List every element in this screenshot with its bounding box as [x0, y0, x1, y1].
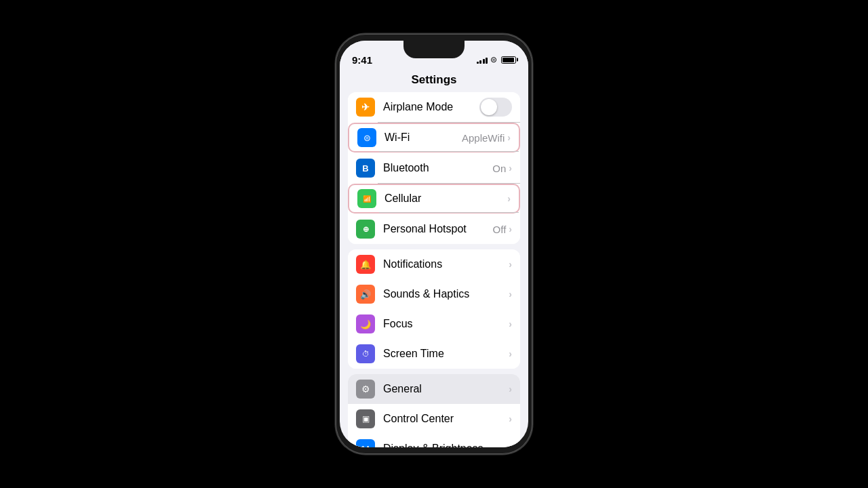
sounds-icon: 🔊: [356, 285, 375, 304]
hotspot-icon: ⊕: [356, 220, 375, 239]
airplane-mode-icon: ✈: [356, 98, 375, 117]
airplane-mode-toggle[interactable]: [479, 98, 512, 117]
display-group-inner: ⚙ General › ▣ Control Center ›: [348, 374, 520, 447]
battery-icon: [501, 56, 516, 64]
cellular-row[interactable]: 📶 Cellular ›: [348, 184, 520, 214]
sounds-chevron-icon: ›: [509, 289, 512, 300]
screen-time-chevron-icon: ›: [509, 348, 512, 359]
bluetooth-row[interactable]: B Bluetooth On ›: [348, 153, 520, 183]
general-row[interactable]: ⚙ General ›: [348, 374, 520, 404]
bluetooth-label: Bluetooth: [383, 162, 492, 174]
connectivity-group-inner: ✈ Airplane Mode ⊜ Wi-Fi AppleWifi ›: [348, 92, 520, 244]
control-center-label: Control Center: [383, 413, 509, 425]
focus-chevron-icon: ›: [509, 319, 512, 329]
screen-time-row[interactable]: ⏱ Screen Time ›: [348, 339, 520, 369]
cellular-chevron-icon: ›: [507, 193, 511, 204]
control-center-row[interactable]: ▣ Control Center ›: [348, 404, 520, 434]
wifi-row[interactable]: ⊜ Wi-Fi AppleWifi ›: [348, 123, 520, 152]
sounds-row[interactable]: 🔊 Sounds & Haptics ›: [348, 279, 520, 309]
phone-shell: 9:41 ⊜ Settings: [336, 34, 532, 454]
page-title-bar: Settings: [340, 70, 528, 92]
notifications-group: 🔔 Notifications › 🔊 Sounds & Haptics ›: [340, 249, 528, 369]
hotspot-value: Off: [493, 224, 507, 235]
notifications-icon: 🔔: [356, 255, 375, 274]
status-time: 9:41: [352, 54, 372, 66]
notifications-row[interactable]: 🔔 Notifications ›: [348, 249, 520, 279]
notifications-chevron-icon: ›: [509, 259, 512, 270]
wifi-icon: ⊜: [357, 128, 376, 147]
cellular-icon: 📶: [357, 189, 376, 208]
notch: [403, 41, 465, 58]
bluetooth-chevron-icon: ›: [509, 163, 512, 174]
wifi-value: AppleWifi: [462, 132, 505, 144]
bluetooth-value: On: [492, 163, 506, 174]
hotspot-chevron-icon: ›: [509, 224, 512, 235]
signal-bars-icon: [477, 56, 488, 64]
sounds-label: Sounds & Haptics: [383, 288, 509, 300]
control-center-icon: ▣: [356, 409, 375, 428]
display-group: ⚙ General › ▣ Control Center ›: [340, 374, 528, 447]
connectivity-group: ✈ Airplane Mode ⊜ Wi-Fi AppleWifi ›: [340, 92, 528, 244]
control-center-chevron-icon: ›: [509, 413, 512, 424]
bluetooth-icon: B: [356, 159, 375, 178]
settings-scroll[interactable]: ✈ Airplane Mode ⊜ Wi-Fi AppleWifi ›: [340, 92, 528, 447]
screen-time-icon: ⏱: [356, 344, 375, 363]
notifications-group-inner: 🔔 Notifications › 🔊 Sounds & Haptics ›: [348, 249, 520, 369]
general-label: General: [383, 383, 509, 395]
display-brightness-row[interactable]: AA Display & Brightness ›: [348, 434, 520, 447]
screen-time-label: Screen Time: [383, 348, 509, 360]
cellular-label: Cellular: [384, 192, 507, 205]
wifi-chevron-icon: ›: [507, 132, 511, 143]
phone-screen: 9:41 ⊜ Settings: [340, 41, 528, 447]
general-icon: ⚙: [356, 380, 375, 399]
hotspot-label: Personal Hotspot: [383, 223, 493, 235]
wifi-label: Wi-Fi: [384, 131, 462, 144]
hotspot-row[interactable]: ⊕ Personal Hotspot Off ›: [348, 214, 520, 244]
focus-icon: 🌙: [356, 314, 375, 333]
wifi-status-icon: ⊜: [490, 55, 497, 64]
notifications-label: Notifications: [383, 258, 509, 270]
display-brightness-label: Display & Brightness: [383, 443, 509, 447]
display-brightness-chevron-icon: ›: [509, 443, 512, 447]
airplane-mode-row[interactable]: ✈ Airplane Mode: [348, 92, 520, 122]
status-bar: 9:41 ⊜: [340, 41, 528, 70]
status-icons: ⊜: [477, 55, 517, 64]
page-title: Settings: [411, 73, 456, 86]
display-brightness-icon: AA: [356, 439, 375, 447]
general-chevron-icon: ›: [509, 384, 512, 394]
focus-row[interactable]: 🌙 Focus ›: [348, 309, 520, 339]
focus-label: Focus: [383, 318, 509, 330]
airplane-mode-label: Airplane Mode: [383, 101, 479, 113]
